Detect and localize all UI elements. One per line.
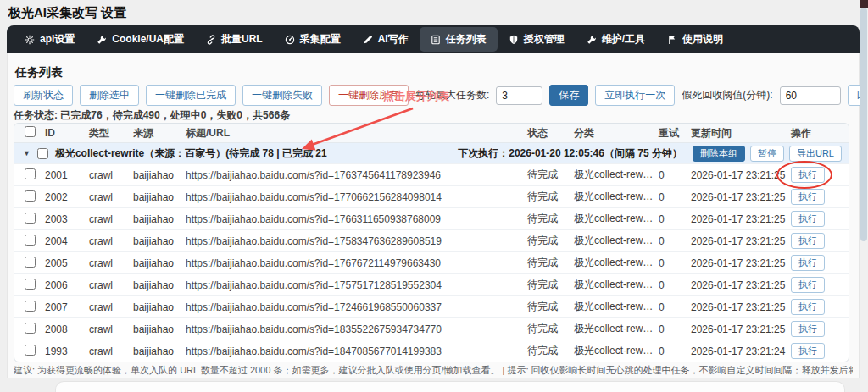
row-retry: 0 <box>654 169 686 181</box>
flag-icon <box>667 35 677 45</box>
row-updated: 2026-01-17 23:21:24 <box>686 345 786 357</box>
execute-button[interactable]: 执行 <box>791 321 825 337</box>
refresh-status-button[interactable]: 刷新状态 <box>14 85 73 106</box>
row-id: 2008 <box>40 323 84 335</box>
row-url: https://baijiahao.baidu.com/s?id=1766311… <box>181 213 522 225</box>
tab-task-list[interactable]: 任务列表 <box>420 27 498 52</box>
tab-ai-writing[interactable]: AI写作 <box>352 27 420 52</box>
row-updated: 2026-01-17 23:21:25 <box>686 301 786 313</box>
tab-maintenance-tools[interactable]: 维护/工具 <box>576 27 656 52</box>
row-checkbox[interactable] <box>25 301 36 312</box>
main-nav: api设置 Cookie/UA配置 批量URL 采集配置 AI写作 任务列表 授… <box>7 25 860 53</box>
row-retry: 0 <box>654 257 686 269</box>
delete-failed-button[interactable]: 一键删除失败 <box>242 85 322 106</box>
execute-button[interactable]: 执行 <box>791 167 825 183</box>
tab-label: 批量URL <box>221 32 263 47</box>
row-updated: 2026-01-17 23:21:25 <box>686 235 786 247</box>
row-category: 极光collect-rewrite <box>569 256 654 270</box>
group-row[interactable]: ▼ 极光collect-rewrite（来源：百家号）(待完成 78 | 已完成… <box>14 143 849 163</box>
tab-collect-config[interactable]: 采集配置 <box>274 27 352 52</box>
execute-button[interactable]: 执行 <box>791 277 825 293</box>
row-retry: 0 <box>654 279 686 291</box>
row-type: crawl <box>84 191 128 203</box>
col-source: 来源 <box>128 126 181 141</box>
row-category: 极光collect-rewrite <box>569 344 654 358</box>
export-url-button[interactable]: 导出URL <box>789 146 842 162</box>
table-row: 1993 crawl baijiahao https://baijiahao.b… <box>14 340 849 362</box>
tools-icon <box>587 35 597 45</box>
row-checkbox[interactable] <box>25 168 36 179</box>
row-url: https://baijiahao.baidu.com/s?id=1767672… <box>181 257 522 269</box>
tab-label: 授权管理 <box>524 32 565 47</box>
table-row: 2003 crawl baijiahao https://baijiahao.b… <box>14 207 849 229</box>
row-source: baijiahao <box>128 345 181 357</box>
execute-button[interactable]: 执行 <box>791 211 825 227</box>
tab-usage-guide[interactable]: 使用说明 <box>656 27 734 52</box>
row-type: crawl <box>84 323 128 335</box>
pause-button[interactable]: 暂停 <box>750 146 784 162</box>
row-checkbox[interactable] <box>25 323 36 334</box>
row-url: https://baijiahao.baidu.com/s?id=1763745… <box>181 169 522 181</box>
row-type: crawl <box>84 345 128 357</box>
group-checkbox[interactable] <box>37 148 48 159</box>
col-updated: 更新时间 <box>686 126 786 141</box>
execute-button[interactable]: 执行 <box>791 189 825 205</box>
row-retry: 0 <box>654 301 686 313</box>
row-url: https://baijiahao.baidu.com/s?id=1847085… <box>181 345 522 357</box>
idle-threshold-input[interactable] <box>780 86 841 105</box>
col-retry: 重试 <box>654 126 686 141</box>
row-url: https://baijiahao.baidu.com/s?id=1835522… <box>181 323 522 335</box>
row-source: baijiahao <box>128 257 181 269</box>
row-source: baijiahao <box>128 279 181 291</box>
row-checkbox[interactable] <box>25 279 36 290</box>
row-checkbox[interactable] <box>25 213 36 224</box>
row-checkbox[interactable] <box>25 345 36 356</box>
footer-note: 建议: 为获得更流畅的体验，单次入队的 URL 数量不超过 2000 条；如需更… <box>14 364 853 377</box>
tab-batch-url[interactable]: 批量URL <box>195 27 274 52</box>
table-row: 2008 crawl baijiahao https://baijiahao.b… <box>14 317 849 340</box>
tab-cookie-ua[interactable]: Cookie/UA配置 <box>86 27 195 52</box>
row-status: 待完成 <box>522 278 569 292</box>
row-updated: 2026-01-17 23:21:25 <box>686 213 786 225</box>
row-updated: 2026-01-17 23:21:25 <box>686 279 786 291</box>
select-all-checkbox[interactable] <box>25 126 36 137</box>
row-source: baijiahao <box>128 213 181 225</box>
scrollbar-top-cap <box>860 0 868 8</box>
delete-completed-button[interactable]: 一键删除已完成 <box>146 85 236 106</box>
row-checkbox[interactable] <box>25 190 36 202</box>
tab-label: api设置 <box>40 32 75 47</box>
execute-button[interactable]: 执行 <box>791 299 825 315</box>
row-checkbox[interactable] <box>25 235 36 246</box>
scrollbar-thumb[interactable] <box>860 8 867 241</box>
row-category: 极光collect-rewrite <box>569 212 654 226</box>
row-category: 极光collect-rewrite <box>569 168 654 182</box>
collapse-triangle-icon[interactable]: ▼ <box>23 149 31 157</box>
row-status: 待完成 <box>522 212 569 226</box>
row-id: 2007 <box>40 301 84 313</box>
max-tasks-input[interactable] <box>496 86 542 105</box>
delete-group-button[interactable]: 删除本组 <box>693 146 745 162</box>
run-once-button[interactable]: 立即执行一次 <box>595 85 675 106</box>
tab-auth-management[interactable]: 授权管理 <box>498 27 576 52</box>
execute-button[interactable]: 执行 <box>791 255 825 271</box>
row-checkbox[interactable] <box>25 257 36 268</box>
save-button[interactable]: 保存 <box>549 85 588 106</box>
execute-button[interactable]: 执行 <box>791 233 825 249</box>
wrench-icon <box>97 35 107 45</box>
row-id: 2006 <box>40 279 84 291</box>
next-run-time: 下次执行：2026-01-20 12:05:46（间隔 75 分钟） <box>458 146 682 161</box>
tab-api-settings[interactable]: api设置 <box>14 27 86 52</box>
row-url: https://baijiahao.baidu.com/s?id=1757517… <box>181 279 522 291</box>
gear-icon <box>25 35 35 45</box>
next-section-panel <box>55 381 845 392</box>
delete-selected-button[interactable]: 删除选中 <box>80 85 139 106</box>
row-retry: 0 <box>654 345 686 357</box>
table-header: ID 类型 来源 标题/URL 状态 分类 重试 更新时间 操作 <box>14 124 849 143</box>
row-updated: 2026-01-17 23:21:25 <box>686 257 786 269</box>
row-url: https://baijiahao.baidu.com/s?id=1724661… <box>181 301 522 313</box>
col-actions: 操作 <box>786 126 849 141</box>
row-category: 极光collect-rewrite <box>569 300 654 314</box>
page-scrollbar[interactable] <box>860 0 868 392</box>
execute-button[interactable]: 执行 <box>791 343 825 359</box>
table-body: 2001 crawl baijiahao https://baijiahao.b… <box>14 163 849 362</box>
